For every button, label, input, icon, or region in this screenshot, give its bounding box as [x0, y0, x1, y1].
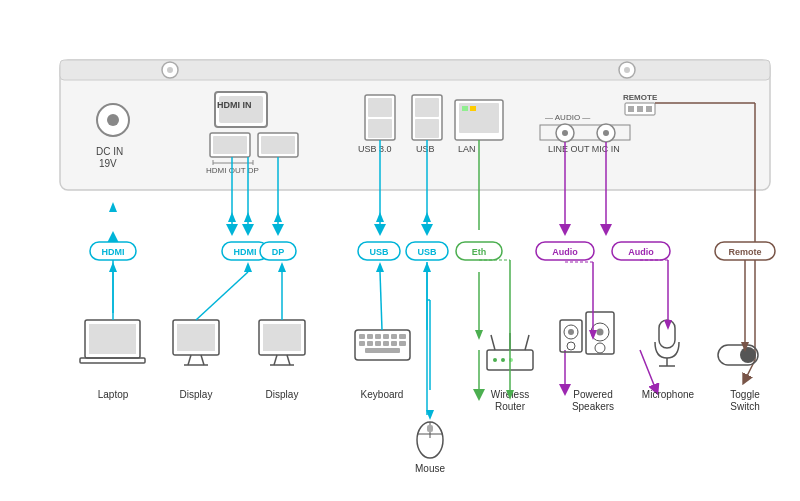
display1-label: Display: [180, 389, 213, 400]
svg-rect-98: [375, 334, 381, 339]
keyboard-label: Keyboard: [361, 389, 404, 400]
svg-rect-107: [399, 341, 406, 346]
svg-rect-15: [213, 136, 247, 154]
svg-rect-106: [391, 341, 397, 346]
svg-point-38: [562, 130, 568, 136]
speakers-label2: Speakers: [572, 401, 614, 412]
svg-text:Remote: Remote: [728, 247, 761, 257]
svg-point-126: [597, 329, 604, 336]
svg-rect-108: [365, 348, 400, 353]
svg-rect-112: [427, 425, 433, 432]
svg-rect-101: [399, 334, 406, 339]
svg-text:LINE OUT  MIC IN: LINE OUT MIC IN: [548, 144, 620, 154]
svg-rect-102: [359, 341, 365, 346]
svg-rect-97: [367, 334, 373, 339]
svg-text:USB: USB: [369, 247, 389, 257]
svg-text:DC IN: DC IN: [96, 146, 123, 157]
display2-label: Display: [266, 389, 299, 400]
svg-rect-105: [383, 341, 389, 346]
svg-rect-86: [177, 324, 215, 351]
svg-rect-99: [383, 334, 389, 339]
svg-rect-104: [375, 341, 381, 346]
svg-rect-33: [470, 106, 476, 111]
mouse-label: Mouse: [415, 463, 445, 474]
svg-rect-28: [415, 119, 439, 138]
svg-text:19V: 19V: [99, 158, 117, 169]
svg-text:HDMI  IN: HDMI IN: [217, 100, 252, 110]
microphone-label: Microphone: [642, 389, 695, 400]
svg-point-132: [740, 347, 756, 363]
svg-rect-27: [415, 98, 439, 117]
svg-rect-44: [628, 106, 634, 112]
toggle-switch-label: Toggle: [730, 389, 760, 400]
svg-rect-45: [637, 106, 643, 112]
svg-rect-83: [89, 324, 136, 354]
svg-point-122: [568, 329, 574, 335]
svg-rect-23: [368, 98, 392, 117]
svg-point-117: [493, 358, 497, 362]
svg-text:Audio: Audio: [628, 247, 654, 257]
svg-point-6: [624, 67, 630, 73]
svg-text:Audio: Audio: [552, 247, 578, 257]
svg-text:USB: USB: [416, 144, 435, 154]
svg-rect-103: [367, 341, 373, 346]
svg-text:Eth: Eth: [472, 247, 487, 257]
svg-point-4: [167, 67, 173, 73]
svg-text:DP: DP: [272, 247, 285, 257]
svg-rect-91: [263, 324, 301, 351]
svg-rect-46: [646, 106, 652, 112]
connection-diagram: DC IN 19V HDMI IN HDMI OUT DP USB 3.0 US…: [0, 0, 800, 501]
svg-rect-32: [462, 106, 468, 111]
svg-point-8: [107, 114, 119, 126]
svg-text:— AUDIO —: — AUDIO —: [545, 113, 590, 122]
svg-point-40: [603, 130, 609, 136]
laptop-label: Laptop: [98, 389, 129, 400]
svg-text:HDMI: HDMI: [102, 247, 125, 257]
svg-text:REMOTE: REMOTE: [623, 93, 658, 102]
svg-rect-24: [368, 119, 392, 138]
svg-text:USB: USB: [417, 247, 437, 257]
svg-rect-17: [261, 136, 295, 154]
svg-text:LAN: LAN: [458, 144, 476, 154]
svg-text:USB 3.0: USB 3.0: [358, 144, 392, 154]
toggle-switch-label2: Switch: [730, 401, 759, 412]
svg-rect-100: [391, 334, 397, 339]
svg-point-118: [501, 358, 505, 362]
speakers-label: Powered: [573, 389, 612, 400]
svg-rect-96: [359, 334, 365, 339]
router-label2: Router: [495, 401, 526, 412]
svg-text:HDMI: HDMI: [234, 247, 257, 257]
